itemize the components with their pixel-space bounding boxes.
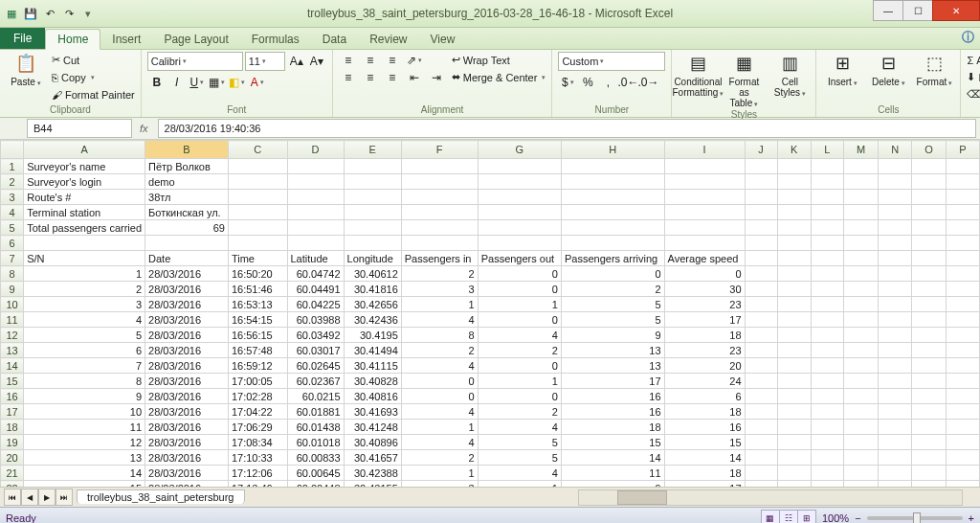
- cell[interactable]: [844, 205, 879, 220]
- cell[interactable]: [287, 236, 344, 251]
- cell[interactable]: 2: [401, 343, 478, 358]
- row-header[interactable]: 19: [1, 435, 24, 450]
- cell[interactable]: Passengers out: [478, 251, 561, 266]
- cell[interactable]: [287, 159, 344, 174]
- cell[interactable]: Surveyor's login: [24, 174, 145, 190]
- cell[interactable]: [811, 435, 843, 450]
- cell[interactable]: demo: [145, 174, 229, 190]
- zoom-slider[interactable]: [867, 516, 963, 520]
- orientation-icon[interactable]: ⇗: [405, 51, 424, 70]
- cell[interactable]: 28/03/2016: [145, 312, 229, 328]
- cell[interactable]: [912, 343, 947, 358]
- cell[interactable]: [912, 251, 947, 266]
- cell[interactable]: 12: [24, 435, 145, 450]
- cell[interactable]: [811, 282, 843, 297]
- sheet-nav-last-icon[interactable]: ⏭: [56, 489, 73, 506]
- cell[interactable]: 4: [401, 312, 478, 328]
- cell[interactable]: 30.40896: [344, 435, 401, 450]
- cell[interactable]: [344, 220, 401, 236]
- cell[interactable]: 4: [478, 466, 561, 481]
- cell[interactable]: Боткинская ул.: [145, 205, 229, 220]
- horizontal-scrollbar[interactable]: [578, 489, 963, 506]
- worksheet-grid[interactable]: ABCDEFGHIJKLMNOP1Surveyor's nameПётр Вол…: [0, 140, 980, 487]
- cell[interactable]: [946, 282, 979, 297]
- cell[interactable]: [777, 389, 811, 404]
- cell[interactable]: [878, 205, 911, 220]
- col-header-F[interactable]: F: [401, 141, 478, 159]
- cell[interactable]: 9: [24, 389, 145, 404]
- cell[interactable]: [777, 266, 811, 282]
- cell[interactable]: 11: [561, 466, 664, 481]
- minimize-button[interactable]: —: [873, 0, 903, 21]
- zoom-in-button[interactable]: +: [969, 512, 974, 523]
- cell[interactable]: 4: [24, 312, 145, 328]
- cell[interactable]: [946, 297, 979, 312]
- cell[interactable]: [878, 374, 911, 389]
- cell[interactable]: 30.41115: [344, 358, 401, 374]
- tab-home[interactable]: Home: [45, 29, 100, 50]
- tab-view[interactable]: View: [419, 30, 467, 49]
- cell[interactable]: Route's #: [24, 190, 145, 205]
- cell[interactable]: 30.41494: [344, 343, 401, 358]
- cell[interactable]: [344, 236, 401, 251]
- cell[interactable]: 30.40816: [344, 389, 401, 404]
- cell[interactable]: Date: [145, 251, 229, 266]
- cell[interactable]: Passengers arriving: [561, 251, 664, 266]
- cell[interactable]: 14: [24, 466, 145, 481]
- cell[interactable]: 0: [401, 389, 478, 404]
- cell[interactable]: [946, 190, 979, 205]
- cell[interactable]: 1: [401, 420, 478, 435]
- zoom-slider-thumb[interactable]: [913, 512, 921, 523]
- cell[interactable]: [745, 266, 777, 282]
- close-button[interactable]: ✕: [932, 0, 980, 21]
- cell[interactable]: 28/03/2016: [145, 282, 229, 297]
- cell[interactable]: 28/03/2016: [145, 297, 229, 312]
- cell[interactable]: Latitude: [287, 251, 344, 266]
- cell[interactable]: [401, 174, 478, 190]
- cell[interactable]: 60.02367: [287, 374, 344, 389]
- italic-button[interactable]: I: [167, 73, 187, 92]
- formula-input[interactable]: 28/03/2016 19:40:36: [158, 119, 976, 138]
- cell[interactable]: [777, 374, 811, 389]
- fx-icon[interactable]: fx: [134, 123, 154, 134]
- sheet-tab[interactable]: trolleybus_38_saint_petersburg: [77, 489, 245, 504]
- border-button[interactable]: ▦: [208, 73, 227, 92]
- cell[interactable]: 18: [561, 420, 664, 435]
- cell[interactable]: 4: [401, 435, 478, 450]
- cell[interactable]: [745, 282, 777, 297]
- col-header-A[interactable]: A: [24, 141, 145, 159]
- qat-more-icon[interactable]: ▾: [80, 6, 96, 21]
- font-size-select[interactable]: 11: [245, 52, 285, 71]
- cell[interactable]: Пётр Волков: [145, 159, 229, 174]
- page-break-view-icon[interactable]: ⊞: [797, 510, 816, 523]
- cell[interactable]: [561, 190, 664, 205]
- cell[interactable]: [912, 220, 947, 236]
- cell[interactable]: Longitude: [344, 251, 401, 266]
- align-center-icon[interactable]: ≡: [361, 68, 380, 87]
- cell[interactable]: [745, 312, 777, 328]
- cell[interactable]: 14: [664, 450, 745, 466]
- cell[interactable]: 16:57:48: [228, 343, 287, 358]
- cell[interactable]: [844, 358, 879, 374]
- cell[interactable]: 60.02645: [287, 358, 344, 374]
- cell[interactable]: 9: [561, 328, 664, 343]
- col-header-J[interactable]: J: [745, 141, 777, 159]
- cell[interactable]: 15: [664, 435, 745, 450]
- cell[interactable]: 3: [401, 282, 478, 297]
- tab-review[interactable]: Review: [358, 30, 418, 49]
- indent-decrease-icon[interactable]: ⇤: [405, 68, 424, 87]
- cell[interactable]: [777, 420, 811, 435]
- cell[interactable]: [745, 159, 777, 174]
- cell[interactable]: [811, 358, 843, 374]
- cell[interactable]: [401, 236, 478, 251]
- cell[interactable]: [844, 174, 879, 190]
- cell[interactable]: [811, 159, 843, 174]
- cell[interactable]: [912, 374, 947, 389]
- cell[interactable]: [912, 466, 947, 481]
- cell[interactable]: 4: [401, 358, 478, 374]
- cell[interactable]: 16:53:13: [228, 297, 287, 312]
- cell[interactable]: [878, 236, 911, 251]
- cell[interactable]: [811, 174, 843, 190]
- cell[interactable]: 16: [561, 389, 664, 404]
- tab-page-layout[interactable]: Page Layout: [152, 30, 239, 49]
